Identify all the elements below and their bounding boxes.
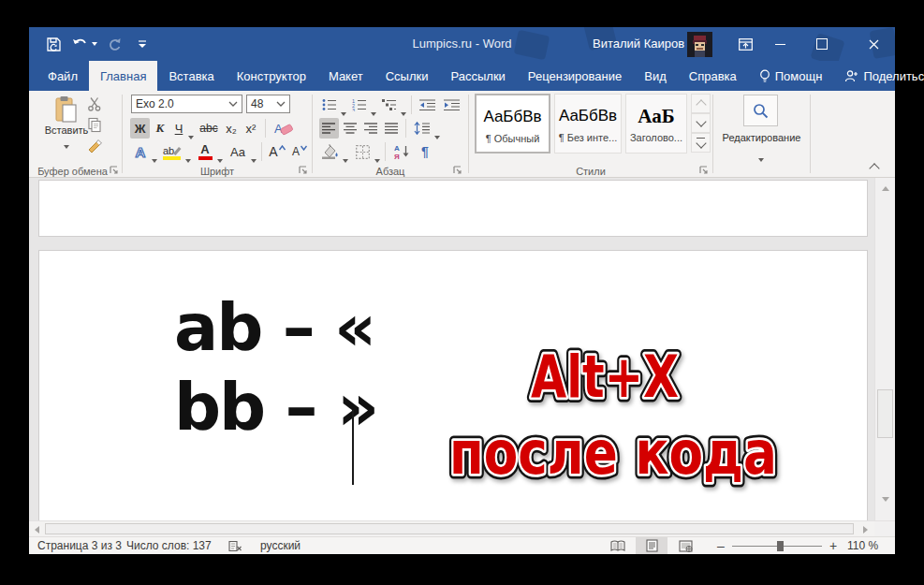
print-layout-button[interactable] — [636, 537, 667, 554]
page-2-bottom[interactable] — [38, 180, 868, 237]
web-layout-button[interactable] — [671, 537, 699, 554]
change-case-button[interactable]: Аа — [226, 141, 250, 162]
group-font: Exo 2.0 48 Ж К Ч abc x₂ x² — [123, 91, 312, 178]
cut-button[interactable] — [87, 96, 108, 115]
show-marks-button[interactable]: ¶ — [416, 141, 434, 162]
bold-button[interactable]: Ж — [130, 118, 150, 139]
copy-button[interactable] — [87, 117, 108, 136]
underline-caret[interactable] — [188, 126, 194, 143]
styles-dialog-launcher[interactable] — [699, 166, 710, 176]
underline-button[interactable]: Ч — [170, 118, 187, 139]
italic-button[interactable]: К — [152, 118, 169, 139]
strikethrough-button[interactable]: abc — [197, 118, 221, 139]
tab-file[interactable]: Файл — [37, 61, 89, 91]
find-button[interactable] — [743, 95, 778, 126]
font-color-button[interactable]: А — [194, 141, 216, 162]
bullets-button[interactable] — [319, 95, 340, 115]
font-color-caret[interactable] — [217, 150, 223, 167]
shrink-font-button[interactable]: А — [289, 141, 310, 162]
editing-caret[interactable] — [758, 149, 764, 166]
tab-review[interactable]: Рецензирование — [517, 61, 633, 91]
page-3[interactable]: ab – « bb – » Alt+X Alt+X Alt+X после ко… — [38, 250, 868, 520]
user-name[interactable]: Виталий Каиров — [593, 27, 684, 61]
decrease-indent-button[interactable] — [417, 95, 439, 115]
tab-layout[interactable]: Макет — [317, 61, 374, 91]
tab-assistant[interactable]: Помощн — [748, 61, 834, 91]
superscript-button[interactable]: x² — [242, 118, 260, 139]
zoom-slider-thumb[interactable] — [777, 541, 784, 551]
chevron-down-icon — [276, 101, 286, 107]
collapse-ribbon-button[interactable] — [865, 160, 884, 173]
scroll-left-button[interactable] — [30, 522, 44, 536]
multilevel-caret[interactable] — [401, 103, 406, 120]
styles-more-button[interactable] — [691, 133, 711, 153]
numbering-button[interactable]: 1 2 3 — [349, 95, 370, 115]
tab-references[interactable]: Ссылки — [374, 61, 440, 91]
zoom-level[interactable]: 110 % — [847, 538, 878, 554]
zoom-in-button[interactable]: + — [829, 538, 837, 554]
grow-font-button[interactable]: А — [267, 141, 287, 162]
tab-insert[interactable]: Вставка — [157, 61, 225, 91]
horizontal-scrollbar[interactable] — [29, 520, 895, 536]
highlight-caret[interactable] — [185, 150, 191, 167]
align-right-button[interactable] — [361, 118, 380, 139]
align-center-button[interactable] — [341, 118, 359, 139]
highlight-button[interactable]: ab — [160, 141, 184, 162]
change-case-caret[interactable] — [251, 150, 257, 167]
document-area[interactable]: ab – « bb – » Alt+X Alt+X Alt+X после ко… — [29, 178, 895, 520]
ribbon-display-options-button[interactable] — [731, 27, 759, 61]
page-indicator[interactable]: Страница 3 из 3 — [37, 538, 122, 554]
tab-mailings[interactable]: Рассылки — [439, 61, 516, 91]
font-name-combo[interactable]: Exo 2.0 — [131, 95, 242, 113]
align-left-button[interactable] — [319, 118, 339, 139]
line-spacing-button[interactable] — [411, 118, 433, 139]
style-normal[interactable]: АаБбВв ¶ Обычный — [475, 94, 550, 154]
line-spacing-caret[interactable] — [434, 126, 440, 143]
text-effects-button[interactable]: А — [130, 141, 151, 162]
text-effects-caret[interactable] — [152, 150, 157, 167]
horizontal-scrollbar-thumb[interactable] — [45, 523, 854, 534]
format-painter-button[interactable] — [87, 139, 108, 157]
close-button[interactable] — [853, 27, 895, 61]
shading-caret[interactable] — [343, 150, 348, 167]
sort-button[interactable]: А Я — [390, 141, 413, 162]
minimize-button[interactable] — [765, 27, 795, 61]
maximize-button[interactable] — [807, 27, 837, 61]
scroll-down-button[interactable] — [878, 492, 892, 506]
clipboard-dialog-launcher[interactable] — [110, 166, 120, 176]
read-mode-button[interactable] — [604, 537, 632, 554]
styles-scroll-up-button[interactable] — [691, 94, 711, 113]
tab-view[interactable]: Вид — [633, 61, 678, 91]
paragraph-dialog-launcher[interactable] — [453, 166, 463, 176]
shading-button[interactable] — [319, 141, 342, 162]
clear-formatting-button[interactable]: A — [271, 118, 297, 139]
font-dialog-launcher[interactable] — [299, 166, 309, 176]
borders-caret[interactable] — [374, 150, 380, 167]
proofing-status-button[interactable] — [228, 540, 242, 552]
style-no-spacing[interactable]: АаБбВв ¶ Без инте... — [554, 94, 622, 154]
multilevel-list-button[interactable] — [379, 95, 400, 115]
scroll-up-button[interactable] — [878, 182, 892, 196]
zoom-out-button[interactable]: – — [717, 538, 725, 554]
language-indicator[interactable]: русский — [260, 538, 301, 554]
tab-help[interactable]: Справка — [678, 61, 748, 91]
group-editing: Редактирование — [713, 91, 810, 178]
line-spacing-icon — [414, 122, 431, 135]
vertical-scrollbar[interactable] — [874, 178, 895, 520]
styles-scroll-down-button[interactable] — [691, 113, 711, 133]
scroll-right-button[interactable] — [858, 522, 873, 536]
borders-button[interactable] — [351, 141, 374, 162]
avatar[interactable] — [687, 32, 712, 57]
tab-design[interactable]: Конструктор — [226, 61, 317, 91]
justify-button[interactable] — [382, 118, 401, 139]
tab-home[interactable]: Главная — [89, 61, 157, 91]
style-heading[interactable]: АаБ Заголово... — [625, 94, 687, 154]
vertical-scrollbar-thumb[interactable] — [877, 389, 893, 438]
font-size-combo[interactable]: 48 — [246, 95, 290, 113]
subscript-button[interactable]: x₂ — [222, 118, 241, 139]
word-count[interactable]: Число слов: 137 — [126, 538, 212, 554]
increase-indent-button[interactable] — [441, 95, 463, 115]
align-left-icon — [322, 123, 336, 135]
tab-share[interactable]: Поделиться — [833, 61, 924, 91]
paste-button[interactable]: Вставить — [44, 94, 89, 161]
